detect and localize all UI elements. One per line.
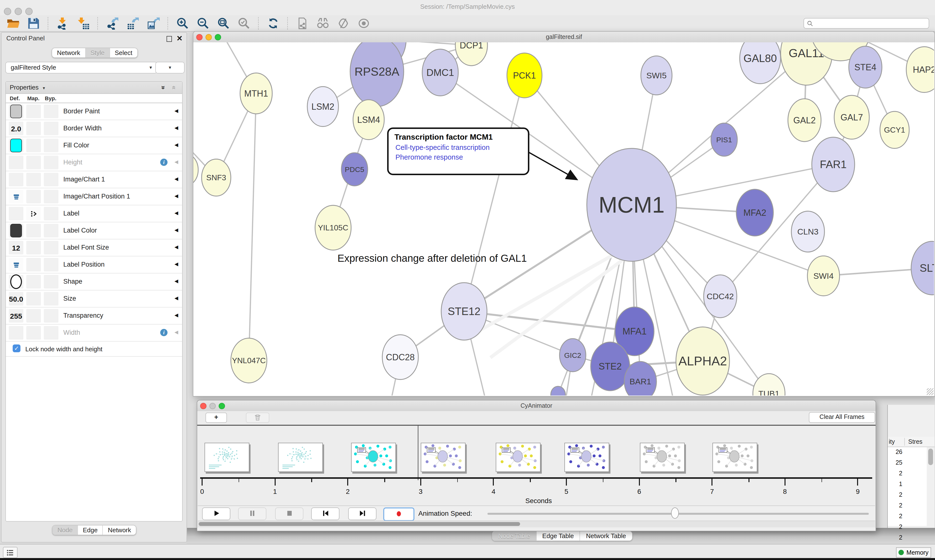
expand-row-icon[interactable]: ◀: [174, 278, 178, 284]
tab-edge-table[interactable]: Edge Table: [536, 531, 580, 540]
tab-network[interactable]: Network: [103, 525, 136, 535]
search-input[interactable]: [804, 18, 929, 29]
property-c3-cell[interactable]: [44, 105, 59, 118]
export-table-icon[interactable]: [127, 17, 139, 29]
property-c1-cell[interactable]: [9, 138, 23, 152]
expand-row-icon[interactable]: ◀: [174, 261, 178, 267]
add-frame-button[interactable]: +: [205, 412, 227, 423]
collapse-all-icon[interactable]: «: [168, 86, 180, 89]
property-c1-cell[interactable]: 255: [9, 309, 23, 323]
close-panel-icon[interactable]: ✕: [176, 34, 183, 43]
property-c1-cell[interactable]: 12: [9, 241, 23, 254]
property-row-image-chart-1[interactable]: Image/Chart 1◀: [6, 171, 182, 188]
expand-row-icon[interactable]: ◀: [174, 108, 178, 113]
property-row-label-font-size[interactable]: 12Label Font Size◀: [6, 239, 182, 256]
property-c3-cell[interactable]: [44, 326, 59, 340]
property-c2-cell[interactable]: [26, 275, 41, 289]
property-row-border-width[interactable]: 2.0Border Width◀: [6, 120, 182, 137]
property-c1-cell[interactable]: 50.0: [9, 292, 23, 306]
expand-row-icon[interactable]: ◀: [174, 125, 178, 131]
property-c1-cell[interactable]: [9, 190, 23, 203]
frame-thumbnail-3[interactable]: [421, 443, 466, 472]
property-c3-cell[interactable]: [44, 224, 59, 237]
caption-annotation[interactable]: Expression change after deletion of GAL1: [338, 252, 527, 264]
expand-row-icon[interactable]: ◀: [174, 176, 178, 182]
property-c1-cell[interactable]: [9, 258, 23, 271]
refresh-layout-icon[interactable]: [267, 17, 279, 29]
timeline-scrollbar[interactable]: [198, 521, 875, 528]
annotation-link[interactable]: Pheromone response: [395, 152, 528, 162]
frame-thumbnail-5[interactable]: [565, 443, 609, 472]
property-c2-cell[interactable]: [26, 122, 41, 135]
tab-style[interactable]: Style: [85, 48, 110, 57]
zoom-fit-icon[interactable]: [217, 17, 230, 29]
zoom-in-icon[interactable]: [176, 17, 189, 29]
property-c2-cell[interactable]: [26, 258, 41, 271]
expand-row-icon[interactable]: ◀: [174, 193, 178, 198]
property-c2-cell[interactable]: [26, 224, 41, 237]
info-icon[interactable]: i: [160, 329, 168, 336]
property-c3-cell[interactable]: [44, 258, 59, 271]
property-row-fill-color[interactable]: Fill Color◀: [6, 137, 182, 154]
frame-thumbnail-2[interactable]: [351, 443, 396, 472]
import-network-icon[interactable]: [57, 17, 69, 29]
clear-all-frames-button[interactable]: Clear All Frames: [809, 412, 875, 423]
style-options-button[interactable]: ▾: [155, 62, 185, 74]
lock-checkbox[interactable]: ✓: [13, 345, 20, 352]
tab-network[interactable]: Network: [52, 48, 85, 57]
float-panel-icon[interactable]: [167, 36, 172, 42]
timeline[interactable]: Seconds 0123456789: [198, 426, 875, 506]
tab-edge[interactable]: Edge: [78, 525, 103, 535]
property-row-shape[interactable]: Shape◀: [6, 274, 182, 291]
frame-thumbnail-4[interactable]: [496, 443, 540, 472]
expand-all-icon[interactable]: »: [158, 86, 170, 89]
property-c3-cell[interactable]: [44, 275, 59, 289]
expand-row-icon[interactable]: ◀: [174, 142, 178, 148]
property-c2-cell[interactable]: [26, 292, 41, 306]
expand-row-icon[interactable]: ◀: [174, 227, 178, 232]
expand-row-icon[interactable]: ◀: [174, 159, 178, 165]
panel-list-button[interactable]: [3, 547, 17, 558]
properties-header[interactable]: Properties ▾ » «: [6, 82, 182, 94]
expand-row-icon[interactable]: ◀: [174, 210, 178, 215]
network-window-titlebar[interactable]: galFiltered.sif: [193, 32, 935, 43]
network-canvas[interactable]: DCP1RPS28ADMC1PCK1SWI5GAL80GAL11STE4HAP2…: [193, 42, 935, 396]
property-row-label-color[interactable]: Label Color◀: [6, 222, 182, 239]
cyanimator-titlebar[interactable]: CyAnimator: [197, 400, 876, 412]
record-button[interactable]: [383, 508, 414, 521]
property-c1-cell[interactable]: [9, 207, 23, 220]
property-c3-cell[interactable]: [44, 190, 59, 203]
skip-start-button[interactable]: [311, 508, 339, 520]
property-c1-cell[interactable]: [9, 326, 23, 340]
expand-row-icon[interactable]: ◀: [174, 295, 178, 301]
property-row-border-paint[interactable]: Border Paint◀: [6, 103, 182, 120]
zoom-out-icon[interactable]: [197, 17, 210, 29]
property-c2-cell[interactable]: [26, 207, 41, 220]
speed-slider-thumb[interactable]: [671, 508, 679, 518]
property-row-size[interactable]: 50.0Size◀: [6, 291, 182, 308]
skip-end-button[interactable]: [348, 508, 376, 520]
resize-grip[interactable]: [927, 388, 933, 395]
delete-frame-button[interactable]: [246, 412, 269, 423]
property-c3-cell[interactable]: [44, 241, 59, 254]
property-c3-cell[interactable]: [44, 309, 59, 323]
property-c2-cell[interactable]: [26, 190, 41, 203]
play-button[interactable]: [202, 508, 230, 520]
style-selector[interactable]: galFiltered Style▾: [5, 62, 157, 74]
open-session-icon[interactable]: [7, 17, 20, 29]
expand-row-icon[interactable]: ◀: [174, 244, 178, 249]
info-icon[interactable]: i: [160, 158, 168, 166]
frame-thumbnail-7[interactable]: [713, 443, 757, 472]
property-c1-cell[interactable]: [9, 173, 23, 186]
expand-row-icon[interactable]: ◀: [174, 329, 178, 335]
property-row-height[interactable]: Heighti◀: [6, 154, 182, 171]
property-c3-cell[interactable]: [44, 156, 59, 169]
frame-thumbnail-6[interactable]: [640, 443, 685, 472]
property-c2-cell[interactable]: [26, 173, 41, 186]
property-c1-cell[interactable]: [9, 224, 23, 237]
export-image-icon[interactable]: [147, 17, 160, 29]
property-c1-cell[interactable]: [9, 156, 23, 169]
property-row-label-position[interactable]: Label Position◀: [6, 256, 182, 274]
tab-network-table[interactable]: Network Table: [580, 531, 632, 540]
import-table-icon[interactable]: [77, 17, 89, 29]
